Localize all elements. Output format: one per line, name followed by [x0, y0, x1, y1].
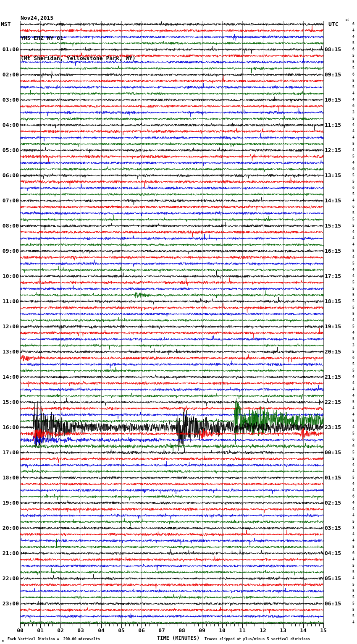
dc-value: 4: [352, 387, 357, 391]
dc-value: 5: [352, 306, 357, 309]
dc-value: 4: [352, 469, 357, 473]
dc-value: 4: [352, 488, 357, 492]
utc-hour-label: 23:15: [325, 424, 341, 431]
x-axis-tick-label: 15: [317, 627, 330, 634]
dc-value: 5: [352, 583, 357, 586]
mst-hour-label: 03:00: [0, 97, 19, 103]
mst-hour-label: 07:00: [0, 197, 19, 204]
footer-scale-note: Each Vertical Division = 200.00 microvol…: [8, 637, 100, 641]
dc-value: 6: [352, 438, 357, 442]
dc-value: 6: [352, 495, 357, 498]
mst-hour-label: 17:00: [0, 449, 19, 456]
mst-hour-label: 22:00: [0, 575, 19, 582]
dc-value: 4: [352, 620, 357, 624]
dc-value: 5: [352, 217, 357, 221]
dc-value: 5: [352, 362, 357, 366]
utc-hour-label: 18:15: [325, 298, 341, 305]
dc-value: 5: [352, 520, 357, 524]
utc-hour-label: 16:15: [325, 248, 341, 254]
utc-hour-label: 02:15: [325, 500, 341, 506]
dc-value: 4: [352, 318, 357, 322]
x-axis-tick-label: 08: [175, 627, 189, 634]
x-axis-tick-label: 05: [115, 627, 128, 634]
dc-value: 5: [352, 249, 357, 253]
mst-hour-label: 11:00: [0, 298, 19, 305]
dc-value: 6: [352, 444, 357, 448]
dc-value: 5: [352, 85, 357, 89]
dc-value: 5: [352, 299, 357, 303]
x-axis-title: TIME (MINUTES): [157, 635, 200, 641]
dc-value: 5: [352, 293, 357, 297]
dc-value: 5: [352, 450, 357, 454]
dc-value: 5: [352, 614, 357, 618]
dc-value: 5: [352, 457, 357, 461]
dc-value: 5: [352, 173, 357, 177]
mst-hour-label: 14:00: [0, 374, 19, 380]
mst-hour-label: 13:00: [0, 348, 19, 355]
dc-value: 6: [352, 104, 357, 108]
dc-value: 5: [352, 369, 357, 372]
dc-value: 5: [352, 60, 357, 64]
dc-value: 5: [352, 564, 357, 568]
utc-hour-label: 21:15: [325, 374, 341, 380]
mst-hour-label: 08:00: [0, 223, 19, 229]
dc-value: 4: [352, 406, 357, 410]
dc-value: 5: [352, 400, 357, 404]
x-axis-tick-label: 06: [135, 627, 148, 634]
dc-value: 4: [352, 501, 357, 505]
dc-value: 4: [352, 148, 357, 152]
x-axis-tick-label: 12: [256, 627, 270, 634]
utc-hour-label: 22:15: [325, 399, 341, 406]
dc-value: 4: [352, 274, 357, 278]
mst-hour-label: 19:00: [0, 500, 19, 506]
dc-value: 3: [352, 343, 357, 347]
dc-value: 5: [352, 608, 357, 612]
dc-value: 5: [352, 350, 357, 353]
x-axis-tick-label: 04: [94, 627, 108, 634]
dc-value: 3: [352, 110, 357, 114]
utc-hour-label: 17:15: [325, 273, 341, 280]
utc-hour-label: 05:15: [325, 575, 341, 582]
mst-hour-label: 06:00: [0, 172, 19, 179]
utc-hour-label: 15:15: [325, 223, 341, 229]
mst-hour-label: 05:00: [0, 147, 19, 154]
dc-value: 5: [352, 211, 357, 215]
dc-value: 5: [352, 142, 357, 146]
utc-hour-label: 03:15: [325, 525, 341, 531]
dc-value: 5: [352, 154, 357, 158]
x-axis-tick-label: 03: [74, 627, 87, 634]
dc-value: 6: [352, 186, 357, 190]
x-axis-tick-label: 00: [13, 627, 27, 634]
dc-value: 5: [352, 545, 357, 549]
dc-value: 5: [352, 54, 357, 58]
dc-value: 5: [352, 419, 357, 423]
dc-value: 4: [352, 123, 357, 127]
utc-hour-label: 04:15: [325, 550, 341, 557]
utc-hour-label: 01:15: [325, 474, 341, 481]
dc-value: 5: [352, 325, 357, 328]
dc-value: 5: [352, 262, 357, 265]
dc-value: 4: [352, 482, 357, 486]
dc-value: 6: [352, 356, 357, 360]
utc-hour-label: 19:15: [325, 323, 341, 330]
mst-hour-label: 15:00: [0, 399, 19, 406]
x-axis-tick-label: 01: [34, 627, 47, 634]
dc-value: 4: [352, 136, 357, 139]
mst-hour-label: 04:00: [0, 122, 19, 128]
utc-hour-label: 06:15: [325, 600, 341, 607]
dc-value: 5: [352, 66, 357, 70]
dc-value: 6: [352, 551, 357, 555]
dc-value: 5: [352, 432, 357, 435]
dc-value: 4: [352, 558, 357, 561]
dc-value: 5: [352, 312, 357, 316]
mst-hour-label: 02:00: [0, 71, 19, 78]
footer-scale-prefix: M: [2, 639, 4, 642]
dc-value: 6: [352, 47, 357, 51]
mst-hour-label: 10:00: [0, 273, 19, 280]
dc-value: 6: [352, 205, 357, 209]
dc-value: 4: [352, 513, 357, 517]
dc-value: 4: [352, 98, 357, 102]
dc-value: 4: [352, 268, 357, 272]
dc-value: 4: [352, 413, 357, 416]
dc-value: 4: [352, 425, 357, 429]
